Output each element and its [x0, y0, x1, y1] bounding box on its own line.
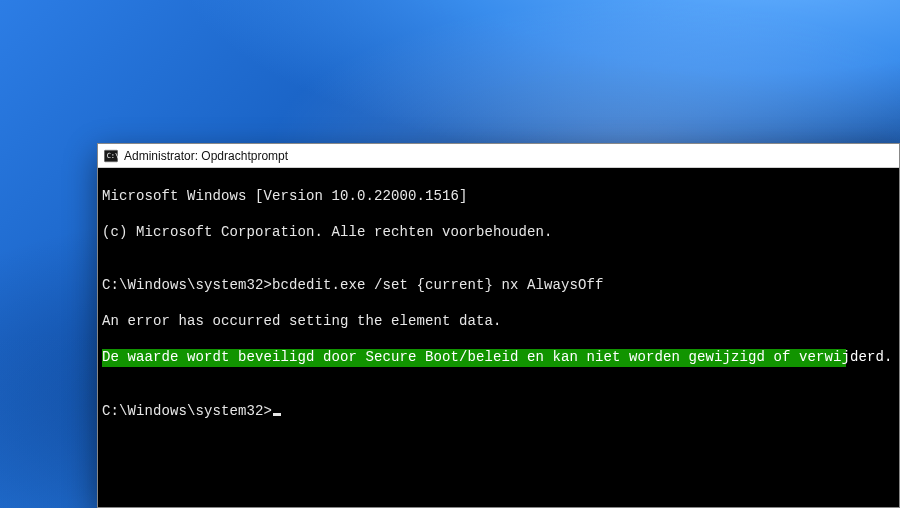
- cursor: [273, 413, 281, 416]
- term-line-copyright: (c) Microsoft Corporation. Alle rechten …: [102, 224, 895, 242]
- term-line-version: Microsoft Windows [Version 10.0.22000.15…: [102, 188, 895, 206]
- window-title: Administrator: Opdrachtprompt: [124, 149, 288, 163]
- prompt-text: C:\Windows\system32>: [102, 403, 272, 419]
- term-line-command: C:\Windows\system32>bcdedit.exe /set {cu…: [102, 277, 895, 295]
- term-line-prompt: C:\Windows\system32>: [102, 403, 895, 421]
- term-line-highlighted: De waarde wordt beveiligd door Secure Bo…: [102, 349, 895, 367]
- cmd-icon: C:\: [104, 149, 118, 163]
- svg-text:C:\: C:\: [107, 151, 118, 159]
- cmd-window: C:\ Administrator: Opdrachtprompt Micros…: [97, 143, 900, 508]
- term-line-error: An error has occurred setting the elemen…: [102, 313, 895, 331]
- secure-boot-warning: De waarde wordt beveiligd door Secure Bo…: [102, 349, 846, 367]
- terminal-output[interactable]: Microsoft Windows [Version 10.0.22000.15…: [98, 168, 899, 507]
- titlebar[interactable]: C:\ Administrator: Opdrachtprompt: [98, 144, 899, 168]
